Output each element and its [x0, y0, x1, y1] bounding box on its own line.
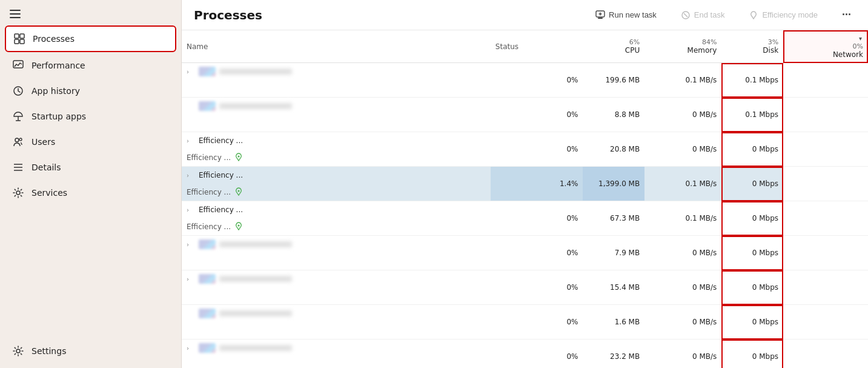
svg-rect-1: [20, 34, 24, 38]
process-network-cell: 0 Mbps: [721, 305, 783, 340]
users-icon: [12, 136, 24, 148]
process-table-container[interactable]: Name Status 6% CPU 84% Memory 3%: [182, 30, 868, 368]
process-cpu-cell: 1.4%: [491, 167, 583, 201]
end-task-button[interactable]: End task: [676, 8, 730, 22]
toolbar: Processes Run new task End task Efficien…: [182, 0, 868, 30]
sidebar-item-startup-label: Startup apps: [31, 112, 86, 121]
sidebar-item-processes[interactable]: Processes: [5, 25, 176, 52]
process-network-cell: 0 Mbps: [721, 167, 783, 201]
page-title: Processes: [194, 8, 262, 22]
process-network-cell: 0.1 Mbps: [721, 98, 783, 132]
sidebar-item-services[interactable]: Services: [5, 181, 176, 205]
sidebar-settings-label: Settings: [31, 346, 66, 356]
sidebar-item-startup-apps[interactable]: Startup apps: [5, 104, 176, 129]
more-options-button[interactable]: ···: [837, 6, 856, 24]
process-name-blurred: [219, 241, 292, 247]
table-row[interactable]: ›0%7.9 MB0 MB/s0 Mbps: [182, 236, 868, 270]
end-task-label: End task: [694, 10, 725, 19]
efficiency-mode-button[interactable]: Efficiency mode: [744, 8, 823, 22]
process-cpu-cell: 0%: [491, 270, 583, 305]
process-name-text: Efficiency ...: [199, 136, 243, 145]
sidebar-item-users[interactable]: Users: [5, 130, 176, 154]
process-cpu-cell: 0%: [491, 305, 583, 340]
process-icon-blurred: [199, 274, 216, 284]
process-name-cell: ›Efficiency ...: [182, 132, 491, 149]
process-network-cell: 0 Mbps: [721, 340, 783, 369]
process-cpu-cell: 0%: [491, 236, 583, 270]
svg-point-8: [15, 138, 19, 142]
sidebar-item-details[interactable]: Details: [5, 155, 176, 179]
process-memory-cell: 23.2 MB: [583, 340, 644, 369]
expand-arrow-icon[interactable]: ›: [187, 69, 195, 75]
process-status-cell: [182, 322, 491, 339]
process-name-text: Efficiency ...: [199, 171, 243, 179]
table-row[interactable]: ›Efficiency ...Efficiency ...1.4%1,399.0…: [182, 167, 868, 201]
process-icon-blurred: [199, 101, 216, 111]
process-name-cell: ›: [182, 340, 491, 356]
process-status-cell: [182, 287, 491, 304]
col-header-status[interactable]: Status: [491, 30, 583, 63]
expand-arrow-icon[interactable]: ›: [187, 138, 195, 144]
process-disk-cell: 0.1 MB/s: [644, 201, 721, 236]
process-icon-blurred: [199, 239, 216, 249]
sidebar-item-app-history[interactable]: App history: [5, 79, 176, 103]
process-memory-cell: 1,399.0 MB: [583, 167, 644, 201]
process-cpu-cell: 0%: [491, 98, 583, 132]
efficiency-icon: [233, 187, 244, 198]
process-icon-blurred: [199, 309, 216, 318]
process-status-cell: Efficiency ...: [182, 184, 491, 201]
process-name-blurred: [219, 276, 292, 282]
col-header-name[interactable]: Name: [182, 30, 491, 63]
svg-rect-2: [15, 39, 19, 44]
expand-arrow-icon[interactable]: ›: [187, 345, 195, 352]
col-header-disk[interactable]: 3% Disk: [721, 30, 783, 63]
svg-point-13: [16, 191, 20, 195]
details-icon: [12, 161, 24, 173]
startup-apps-icon: [12, 110, 24, 122]
process-network-cell: 0 Mbps: [721, 132, 783, 167]
table-row[interactable]: 0%8.8 MB0 MB/s0.1 Mbps: [182, 98, 868, 132]
table-row[interactable]: ›0%15.4 MB0 MB/s0 Mbps: [182, 270, 868, 305]
process-status-cell: [182, 115, 491, 132]
process-disk-cell: 0 MB/s: [644, 132, 721, 167]
hamburger-button[interactable]: [0, 5, 181, 25]
table-row[interactable]: ›Efficiency ...Efficiency ...0%67.3 MB0.…: [182, 201, 868, 236]
table-header-row: Name Status 6% CPU 84% Memory 3%: [182, 30, 868, 63]
process-name-blurred: [219, 103, 292, 109]
process-name-cell: ›Efficiency ...: [182, 201, 491, 218]
table-row[interactable]: ›0%23.2 MB0 MB/s0 Mbps: [182, 340, 868, 369]
svg-point-14: [16, 349, 20, 353]
svg-rect-16: [598, 18, 603, 19]
process-disk-cell: 0 MB/s: [644, 236, 721, 270]
efficiency-icon: [233, 152, 244, 163]
table-row[interactable]: 0%1.6 MB0 MB/s0 Mbps: [182, 305, 868, 340]
svg-point-22: [238, 190, 240, 192]
process-network-cell: 0 Mbps: [721, 270, 783, 305]
svg-point-23: [238, 225, 240, 227]
sidebar-item-performance[interactable]: Performance: [5, 53, 176, 78]
table-row[interactable]: ›0%199.6 MB0.1 MB/s0.1 Mbps: [182, 63, 868, 98]
expand-arrow-icon[interactable]: ›: [187, 172, 195, 179]
main-content: Processes Run new task End task Efficien…: [182, 0, 868, 368]
efficiency-mode-icon: [749, 10, 758, 20]
run-new-task-button[interactable]: Run new task: [591, 8, 661, 22]
table-row[interactable]: ›Efficiency ...Efficiency ...0%20.8 MB0 …: [182, 132, 868, 167]
process-status-text: Efficiency ...: [187, 188, 231, 196]
sidebar-item-settings[interactable]: Settings: [5, 339, 176, 363]
svg-rect-0: [15, 34, 19, 38]
col-header-network[interactable]: ▾ 0% Network: [783, 30, 868, 63]
process-name-cell: [182, 305, 491, 322]
run-new-task-label: Run new task: [609, 10, 657, 19]
process-name-blurred: [219, 69, 292, 75]
expand-arrow-icon[interactable]: ›: [187, 207, 195, 213]
process-name-cell: [182, 98, 491, 115]
expand-arrow-icon[interactable]: ›: [187, 276, 195, 283]
processes-icon: [13, 33, 25, 45]
process-disk-cell: 0 MB/s: [644, 305, 721, 340]
sidebar-item-processes-label: Processes: [33, 34, 75, 44]
sidebar-settings: Settings: [0, 334, 181, 368]
col-header-cpu[interactable]: 6% CPU: [583, 30, 644, 63]
col-header-memory[interactable]: 84% Memory: [644, 30, 721, 63]
expand-arrow-icon[interactable]: ›: [187, 241, 195, 248]
process-name-blurred: [219, 310, 292, 316]
